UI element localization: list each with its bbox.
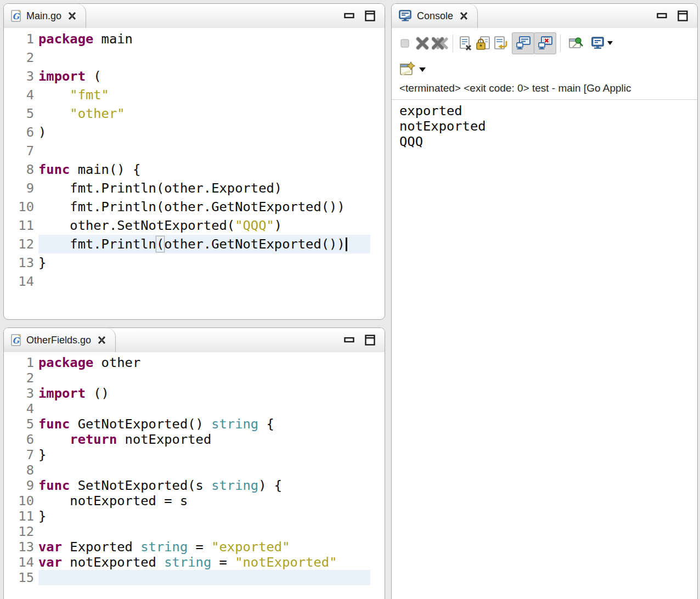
code-text (38, 370, 370, 386)
line-number[interactable]: 9 (4, 478, 34, 493)
code-token: return (70, 432, 117, 447)
code-token: } (38, 255, 46, 270)
code-token: notExported (62, 555, 164, 570)
code-token: = (211, 555, 235, 570)
code-text: "other" (38, 104, 370, 123)
code-editor-main[interactable]: 1package main23import (4 "fmt"5 "other"6… (4, 28, 385, 291)
code-line: 13var Exported string = "exported" (4, 539, 385, 555)
maximize-icon[interactable] (365, 10, 376, 21)
terminate-icon[interactable] (396, 34, 414, 53)
minimize-icon[interactable] (344, 13, 355, 19)
line-number[interactable]: 14 (4, 272, 34, 291)
console-output-line: notExported (399, 118, 697, 134)
line-number[interactable]: 9 (4, 179, 34, 197)
line-number[interactable]: 3 (4, 67, 34, 86)
line-number[interactable]: 3 (4, 386, 34, 401)
line-number[interactable]: 10 (4, 197, 34, 216)
code-token: main() { (70, 162, 140, 177)
code-token: var (38, 555, 62, 570)
code-editor-otherfields[interactable]: 1package other23import ()45func GetNotEx… (4, 352, 385, 585)
word-wrap-icon[interactable] (492, 34, 510, 53)
line-number[interactable]: 4 (4, 86, 34, 104)
line-number[interactable]: 15 (4, 570, 34, 585)
close-icon[interactable] (67, 12, 77, 20)
tab-otherfields-go[interactable]: G OtherFields.go (4, 328, 116, 352)
open-console-icon[interactable] (399, 61, 416, 78)
code-line: 9func SetNotExported(s string) { (4, 478, 385, 493)
code-token: package (38, 31, 93, 47)
line-number[interactable]: 11 (4, 508, 34, 524)
code-line: 6) (4, 123, 385, 142)
remove-launch-icon[interactable] (414, 34, 431, 53)
pin-console-icon[interactable] (568, 34, 585, 53)
line-number[interactable]: 6 (4, 432, 34, 447)
line-number[interactable]: 2 (4, 370, 34, 386)
code-text: } (38, 447, 370, 462)
maximize-icon[interactable] (365, 335, 376, 346)
console-output-line: exported (399, 103, 697, 118)
console-status-line: <terminated> <exit code: 0> test - main … (392, 81, 697, 100)
line-number[interactable]: 12 (4, 235, 34, 253)
remove-all-terminated-icon[interactable] (431, 34, 449, 53)
code-line: 6 return notExported (4, 432, 385, 447)
show-console-toggle-group (512, 32, 556, 54)
code-line: 12 (4, 524, 385, 539)
line-number[interactable]: 8 (4, 160, 34, 179)
tab-console[interactable]: Console (392, 4, 478, 28)
line-number[interactable]: 12 (4, 524, 34, 539)
close-icon[interactable] (459, 12, 468, 20)
code-text: other.SetNotExported("QQQ") (38, 216, 370, 235)
console-output[interactable]: exportednotExportedQQQ (392, 100, 697, 149)
code-text: package main (38, 30, 370, 48)
line-number[interactable]: 5 (4, 416, 34, 432)
show-stderr-toggle[interactable] (534, 32, 556, 54)
code-token: func (38, 478, 70, 493)
line-number[interactable]: 7 (4, 447, 34, 462)
code-text (38, 524, 370, 539)
clear-console-icon[interactable] (457, 34, 475, 53)
code-text: fmt.Println(other.GetNotExported()) (38, 197, 370, 216)
scroll-lock-icon[interactable] (475, 34, 492, 53)
line-number[interactable]: 2 (4, 48, 34, 67)
code-line: 5 "other" (4, 104, 385, 123)
line-number[interactable]: 1 (4, 30, 34, 48)
tab-main-go[interactable]: G Main.go (4, 4, 86, 28)
code-line: 3import ( (4, 67, 385, 86)
line-number[interactable]: 13 (4, 539, 34, 555)
main-editor-tab-strip: G Main.go (4, 4, 385, 28)
display-selected-console-icon[interactable] (590, 34, 614, 53)
line-number[interactable]: 4 (4, 401, 34, 416)
editor-panel-main: G Main.go 1package main23import (4 (3, 3, 385, 320)
code-token: = (188, 539, 211, 555)
code-line: 4 (4, 401, 385, 416)
code-token: string (211, 416, 258, 432)
code-token: notExported (117, 432, 211, 447)
close-icon[interactable] (97, 336, 106, 344)
maximize-icon[interactable] (678, 10, 688, 21)
line-number[interactable]: 11 (4, 216, 34, 235)
eclipse-workbench: G Main.go 1package main23import (4 (0, 0, 700, 599)
code-line: 1package main (4, 30, 385, 48)
code-text (38, 142, 370, 160)
line-number[interactable]: 7 (4, 142, 34, 160)
svg-text:G: G (12, 336, 20, 346)
minimize-icon[interactable] (344, 337, 355, 343)
line-number[interactable]: 10 (4, 493, 34, 508)
code-text: package other (38, 355, 370, 370)
code-token: func (38, 416, 70, 432)
line-number[interactable]: 13 (4, 253, 34, 272)
line-number[interactable]: 14 (4, 555, 34, 570)
minimize-icon[interactable] (657, 13, 668, 19)
console-toolbar (392, 28, 697, 58)
line-number[interactable]: 8 (4, 462, 34, 478)
code-token (38, 106, 70, 121)
show-stdout-toggle[interactable] (512, 32, 534, 54)
line-number[interactable]: 1 (4, 355, 34, 370)
code-token: ( (86, 69, 101, 84)
dropdown-arrow-icon[interactable] (419, 67, 426, 72)
code-token: var (38, 539, 62, 555)
line-number[interactable]: 5 (4, 104, 34, 123)
line-number[interactable]: 6 (4, 123, 34, 142)
code-line: 2 (4, 48, 385, 67)
code-line: 11} (4, 508, 385, 524)
